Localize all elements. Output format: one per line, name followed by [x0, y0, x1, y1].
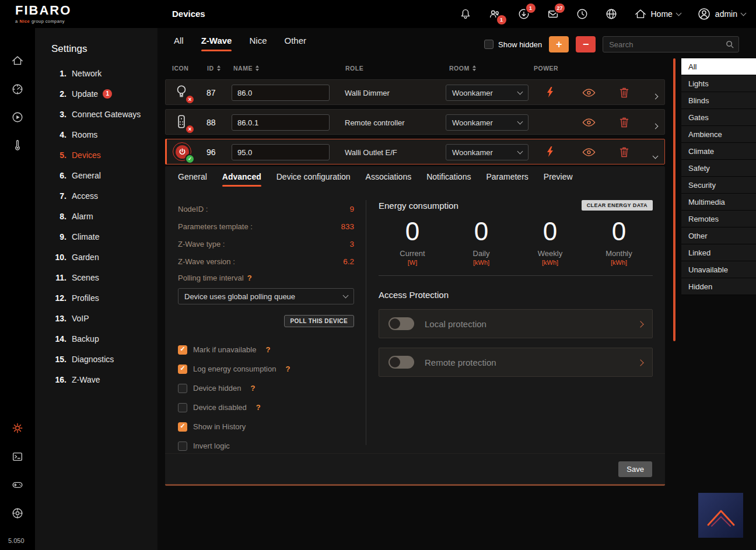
option-show-in-history[interactable]: Show in History — [178, 417, 354, 436]
visibility-eye-icon[interactable] — [582, 118, 596, 128]
detail-tab-associations[interactable]: Associations — [366, 172, 412, 187]
device-row-87[interactable]: 87 Walli Dimmer Woonkamer — [165, 79, 665, 105]
add-device-button[interactable]: + — [549, 36, 569, 52]
remove-device-button[interactable]: − — [576, 36, 596, 52]
collapse-chevron-icon[interactable] — [653, 150, 657, 160]
checkbox-icon[interactable] — [178, 403, 187, 412]
device-row-88[interactable]: 88 Remote controller Woonkamer — [165, 109, 665, 135]
visibility-eye-icon[interactable] — [582, 89, 596, 99]
detail-tab-device-configuration[interactable]: Device configuration — [276, 172, 351, 187]
user-menu[interactable]: admin — [692, 7, 750, 21]
save-button[interactable]: Save — [618, 461, 652, 477]
settings-item-voip[interactable]: 13.VoIP — [35, 308, 158, 328]
rail-console-icon[interactable] — [10, 450, 24, 464]
category-gates[interactable]: Gates — [681, 109, 756, 126]
visibility-eye-icon[interactable] — [582, 148, 596, 158]
detail-tab-advanced[interactable]: Advanced — [222, 172, 261, 187]
settings-item-profiles[interactable]: 12.Profiles — [35, 288, 158, 308]
chevron-right-icon[interactable] — [638, 357, 643, 367]
category-remotes[interactable]: Remotes — [681, 211, 756, 227]
category-all[interactable]: All — [681, 58, 756, 75]
polling-queue-select[interactable]: Device uses global polling queue — [178, 288, 354, 304]
settings-item-climate[interactable]: 9.Climate — [35, 226, 158, 247]
settings-item-network[interactable]: 1.Network — [35, 63, 158, 83]
help-icon[interactable]: ? — [265, 345, 270, 354]
settings-item-zwave[interactable]: 16.Z-Wave — [35, 369, 158, 390]
scrollbar[interactable] — [673, 58, 676, 341]
settings-item-general[interactable]: 6.General — [35, 165, 158, 185]
detail-tab-general[interactable]: General — [178, 172, 207, 187]
rail-home-icon[interactable] — [10, 54, 24, 68]
power-metering-icon[interactable] — [547, 87, 554, 99]
expand-chevron-icon[interactable] — [653, 120, 657, 131]
alarm-icon[interactable] — [454, 3, 477, 25]
checkbox-icon[interactable] — [178, 422, 187, 432]
category-safety[interactable]: Safety — [681, 160, 756, 177]
delete-trash-icon[interactable] — [620, 146, 629, 159]
col-name[interactable]: NAME — [233, 65, 259, 72]
device-name-input[interactable] — [232, 114, 330, 131]
option-log-energy-consumption[interactable]: Log energy consumption ? — [178, 359, 354, 379]
help-icon[interactable]: ? — [285, 365, 290, 373]
settings-item-rooms[interactable]: 4.Rooms — [35, 124, 158, 145]
checkbox-icon[interactable] — [178, 384, 187, 393]
category-blinds[interactable]: Blinds — [681, 92, 756, 109]
users-icon[interactable]: 1 — [484, 3, 506, 25]
search-input[interactable] — [603, 36, 739, 52]
col-room[interactable]: ROOM — [449, 65, 476, 72]
chevron-right-icon[interactable] — [638, 318, 643, 329]
settings-item-connect-gateways[interactable]: 3.Connect Gateways — [35, 104, 158, 124]
device-row-96[interactable]: 96 Walli Outlet E/F Woonkamer — [165, 139, 665, 164]
show-hidden-toggle[interactable]: Show hidden — [484, 40, 542, 49]
settings-item-scenes[interactable]: 11.Scenes — [35, 267, 158, 288]
checkbox-icon[interactable] — [178, 365, 187, 374]
mail-icon[interactable]: 27 — [542, 3, 564, 25]
category-lights[interactable]: Lights — [681, 75, 756, 92]
room-select[interactable]: Woonkamer — [446, 144, 528, 160]
category-ambience[interactable]: Ambience — [681, 126, 756, 143]
room-select[interactable]: Woonkamer — [446, 114, 528, 131]
category-hidden[interactable]: Hidden — [681, 278, 756, 295]
category-climate[interactable]: Climate — [681, 143, 756, 160]
tab-nice[interactable]: Nice — [249, 36, 267, 55]
category-unavailable[interactable]: Unavailable — [681, 261, 756, 278]
expand-chevron-icon[interactable] — [653, 90, 657, 101]
rail-gamepad-icon[interactable] — [10, 478, 24, 492]
rail-settings-gear-icon[interactable] — [10, 421, 24, 435]
toggle-off-icon[interactable] — [388, 356, 414, 369]
rail-play-icon[interactable] — [10, 110, 24, 124]
device-name-input[interactable] — [232, 85, 330, 101]
checkbox-icon[interactable] — [178, 442, 187, 451]
fibaro-logo[interactable]: FIBARO a Nice group company — [15, 3, 71, 24]
detail-tab-notifications[interactable]: Notifications — [426, 172, 471, 187]
option-mark-if-unavailable[interactable]: Mark if unavailable ? — [178, 340, 354, 359]
category-other[interactable]: Other — [681, 227, 756, 244]
room-select[interactable]: Woonkamer — [446, 85, 528, 101]
help-icon[interactable]: ? — [247, 274, 252, 282]
toggle-off-icon[interactable] — [388, 317, 414, 330]
category-security[interactable]: Security — [681, 177, 756, 194]
settings-item-alarm[interactable]: 8.Alarm — [35, 206, 158, 226]
scroll-top-widget[interactable] — [698, 493, 743, 538]
device-name-input[interactable] — [232, 144, 330, 160]
detail-tab-parameters[interactable]: Parameters — [486, 172, 528, 187]
category-multimedia[interactable]: Multimedia — [681, 194, 756, 211]
delete-trash-icon[interactable] — [620, 87, 629, 100]
category-linked[interactable]: Linked — [681, 244, 756, 261]
checkbox-icon[interactable] — [178, 345, 187, 355]
clear-energy-data-button[interactable]: CLEAR ENERGY DATA — [582, 200, 653, 211]
local-protection-row[interactable]: Local protection — [379, 309, 653, 338]
settings-item-backup[interactable]: 14.Backup — [35, 328, 158, 349]
rail-services-gear-icon[interactable] — [10, 506, 24, 520]
settings-item-garden[interactable]: 10.Garden — [35, 247, 158, 267]
remote-protection-row[interactable]: Remote protection — [379, 348, 653, 377]
tab-zwave[interactable]: Z-Wave — [201, 36, 232, 55]
tab-other[interactable]: Other — [284, 36, 306, 55]
download-icon[interactable]: 1 — [513, 3, 535, 25]
option-device-disabled[interactable]: Device disabled ? — [178, 398, 354, 417]
rail-gauge-icon[interactable] — [10, 82, 24, 96]
help-icon[interactable]: ? — [250, 384, 255, 393]
help-icon[interactable]: ? — [256, 403, 261, 412]
delete-trash-icon[interactable] — [620, 117, 629, 129]
settings-item-devices[interactable]: 5.Devices — [35, 145, 158, 165]
